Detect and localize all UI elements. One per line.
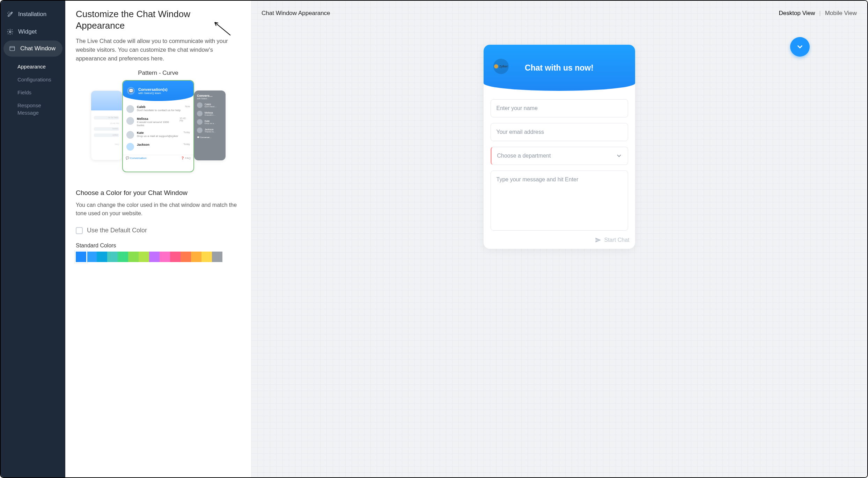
preview-subtitle: with SalesIQ team bbox=[138, 92, 168, 95]
color-section-desc: You can change the color used in the cha… bbox=[76, 201, 241, 218]
chat-widget: Zylker Chat with us now! Enter your name… bbox=[484, 45, 635, 249]
color-section-heading: Choose a Color for your Chat Window bbox=[76, 189, 241, 197]
list-item: KateDrop us a mail at support@zylkerToda… bbox=[126, 129, 190, 141]
color-swatch[interactable] bbox=[139, 252, 149, 262]
view-toggle: Desktop View | Mobile View bbox=[779, 10, 857, 17]
department-select[interactable]: Choose a department bbox=[491, 147, 628, 165]
start-chat-label: Start Chat bbox=[604, 237, 629, 243]
chevron-down-icon bbox=[616, 153, 622, 159]
list-item: MelissaIt would cost around 1000 bucks10… bbox=[126, 115, 190, 129]
color-swatch[interactable] bbox=[170, 252, 181, 262]
sidebar-sub-response-message[interactable]: Response Message bbox=[1, 99, 65, 119]
send-icon bbox=[595, 237, 601, 243]
preview-title: Conversation(s) bbox=[138, 87, 168, 92]
color-swatch[interactable] bbox=[181, 252, 191, 262]
color-swatch[interactable] bbox=[86, 252, 97, 262]
sidebar-item-label: Widget bbox=[18, 28, 37, 35]
start-chat-button[interactable]: Start Chat bbox=[484, 235, 635, 249]
department-placeholder: Choose a department bbox=[497, 153, 551, 159]
main: Customize the Chat Window Appearance The… bbox=[65, 1, 867, 477]
chevron-down-icon bbox=[796, 43, 804, 51]
sidebar-sub-fields[interactable]: Fields bbox=[1, 86, 65, 99]
sidebar: Installation Widget Chat Window Appearan… bbox=[1, 1, 65, 477]
color-swatch[interactable] bbox=[107, 252, 118, 262]
chat-widget-header: Zylker Chat with us now! bbox=[484, 45, 635, 91]
gear-icon bbox=[6, 28, 14, 36]
sidebar-item-label: Chat Window bbox=[20, 45, 56, 52]
svg-rect-2 bbox=[10, 46, 15, 51]
mobile-view-tab[interactable]: Mobile View bbox=[825, 10, 857, 17]
default-color-checkbox[interactable] bbox=[76, 227, 83, 234]
brand-logo: Zylker bbox=[493, 59, 509, 74]
page-description: The Live Chat code will allow you to com… bbox=[76, 37, 241, 63]
color-swatch[interactable] bbox=[118, 252, 128, 262]
window-icon bbox=[8, 45, 16, 52]
message-textarea[interactable]: Type your message and hit Enter bbox=[491, 171, 628, 231]
color-swatch[interactable] bbox=[76, 252, 86, 262]
chat-bubble-icon: 💬 bbox=[127, 87, 135, 95]
sidebar-sub-appearance[interactable]: Appearance bbox=[1, 60, 65, 73]
list-item: JacksonToday bbox=[126, 141, 190, 153]
list-item: CalebDon't hesitate to contact us for he… bbox=[126, 103, 190, 115]
color-swatch[interactable] bbox=[128, 252, 139, 262]
svg-point-0 bbox=[11, 12, 12, 13]
color-swatches bbox=[76, 252, 241, 262]
pattern-option-prev[interactable]: us for help 10:46 PM bucks zylker FAQ bbox=[91, 90, 122, 160]
color-swatch[interactable] bbox=[149, 252, 160, 262]
standard-colors-label: Standard Colors bbox=[76, 242, 241, 249]
sidebar-item-installation[interactable]: Installation bbox=[1, 6, 65, 23]
color-swatch[interactable] bbox=[160, 252, 170, 262]
sidebar-sub-configurations[interactable]: Configurations bbox=[1, 73, 65, 86]
color-swatch[interactable] bbox=[97, 252, 107, 262]
sidebar-item-chat-window[interactable]: Chat Window bbox=[3, 41, 62, 57]
preview-panel: Chat Window Appearance Desktop View | Mo… bbox=[251, 1, 867, 477]
color-swatch[interactable] bbox=[191, 252, 201, 262]
chat-launcher-fab[interactable] bbox=[790, 37, 810, 57]
preview-header: Chat Window Appearance bbox=[262, 10, 330, 17]
pointer-arrow-icon bbox=[211, 20, 232, 37]
separator: | bbox=[819, 10, 821, 17]
sidebar-item-widget[interactable]: Widget bbox=[1, 23, 65, 41]
svg-point-1 bbox=[9, 31, 11, 33]
pattern-option-next[interactable]: Convers… with SalesI… CalebDon't hesit… … bbox=[194, 90, 226, 160]
app-root: Installation Widget Chat Window Appearan… bbox=[0, 0, 868, 478]
color-swatch[interactable] bbox=[201, 252, 212, 262]
desktop-view-tab[interactable]: Desktop View bbox=[779, 10, 815, 17]
tools-icon bbox=[6, 10, 14, 18]
default-color-label: Use the Default Color bbox=[87, 227, 147, 234]
pattern-label: Pattern - Curve bbox=[76, 70, 241, 77]
email-input[interactable]: Your email address bbox=[491, 123, 628, 141]
name-input[interactable]: Enter your name bbox=[491, 99, 628, 117]
sidebar-item-label: Installation bbox=[18, 11, 46, 18]
pattern-option-selected[interactable]: 💬 Conversation(s) with SalesIQ team Cale… bbox=[122, 80, 194, 172]
chat-widget-title: Chat with us now! bbox=[525, 63, 594, 73]
color-swatch[interactable] bbox=[212, 252, 222, 262]
pattern-carousel: us for help 10:46 PM bucks zylker FAQ 💬 … bbox=[76, 80, 241, 181]
config-panel: Customize the Chat Window Appearance The… bbox=[65, 1, 251, 477]
sidebar-subnav: Appearance Configurations Fields Respons… bbox=[1, 60, 65, 119]
